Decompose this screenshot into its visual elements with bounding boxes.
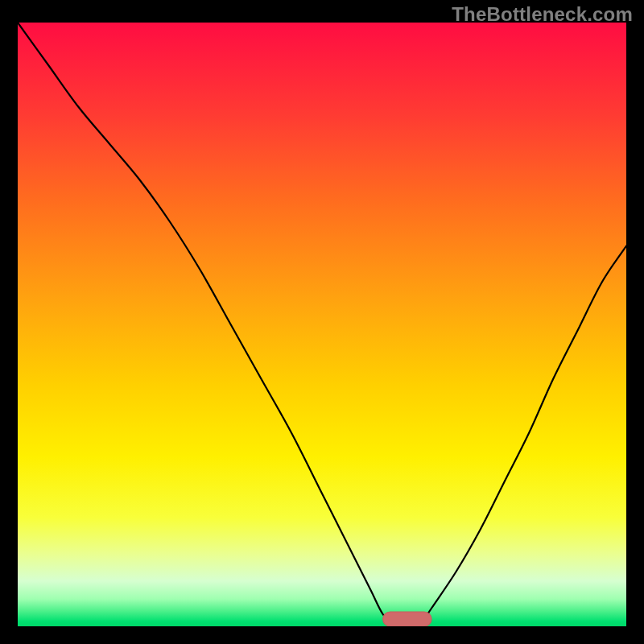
plot-background (18, 23, 626, 626)
chart-frame: TheBottleneck.com (0, 0, 644, 644)
optimum-marker (383, 612, 431, 626)
bottleneck-chart (18, 23, 626, 626)
